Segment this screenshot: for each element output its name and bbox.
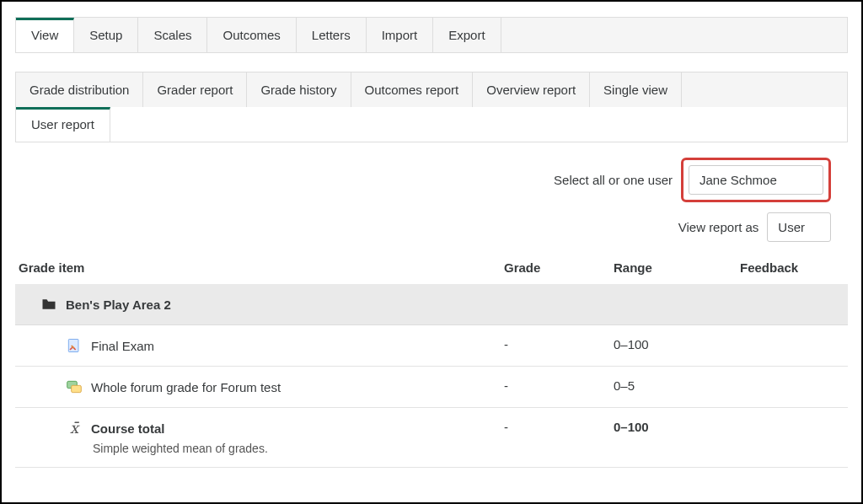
user-select-highlight: Jane Schmoe bbox=[681, 158, 831, 202]
category-row: Ben's Play Area 2 bbox=[15, 284, 848, 325]
grade-value: - bbox=[504, 337, 614, 351]
grade-table: Grade item Grade Range Feedback Ben's Pl… bbox=[15, 260, 848, 468]
secondary-tab-row-1: Grade distribution Grader report Grade h… bbox=[15, 72, 848, 108]
tab-letters[interactable]: Letters bbox=[297, 18, 367, 52]
tab-scales[interactable]: Scales bbox=[138, 18, 207, 52]
tab-setup[interactable]: Setup bbox=[74, 18, 138, 52]
grade-item-name: Course total bbox=[91, 421, 165, 436]
tab-user-report[interactable]: User report bbox=[16, 107, 110, 142]
mean-icon: x̄ bbox=[66, 420, 83, 437]
range-value: 0–5 bbox=[614, 378, 740, 393]
view-as-label: View report as bbox=[678, 220, 759, 234]
tab-outcomes[interactable]: Outcomes bbox=[207, 18, 296, 52]
tab-outcomes-report[interactable]: Outcomes report bbox=[351, 72, 474, 107]
secondary-tab-row-2: User report bbox=[15, 107, 848, 142]
tab-grade-distribution[interactable]: Grade distribution bbox=[16, 72, 143, 107]
table-row: Whole forum grade for Forum test - 0–5 bbox=[15, 367, 848, 408]
tab-overview-report[interactable]: Overview report bbox=[473, 72, 590, 107]
category-name: Ben's Play Area 2 bbox=[66, 298, 171, 312]
tab-import[interactable]: Import bbox=[367, 18, 434, 52]
tab-export[interactable]: Export bbox=[433, 18, 501, 52]
secondary-tab-filler-2 bbox=[110, 107, 847, 142]
course-total-description: Simple weighted mean of grades. bbox=[66, 437, 839, 455]
col-header-range: Range bbox=[614, 260, 740, 275]
selectors: Select all or one user Jane Schmoe View … bbox=[15, 158, 848, 242]
col-header-grade: Grade bbox=[504, 260, 614, 275]
grade-item-name[interactable]: Final Exam bbox=[91, 339, 154, 353]
tab-grade-history[interactable]: Grade history bbox=[247, 72, 351, 107]
forum-icon bbox=[66, 378, 83, 395]
secondary-tab-filler-1 bbox=[682, 72, 847, 107]
range-value: 0–100 bbox=[614, 420, 740, 434]
table-header-row: Grade item Grade Range Feedback bbox=[15, 260, 848, 284]
grade-value: - bbox=[504, 420, 614, 434]
user-select[interactable]: Jane Schmoe bbox=[689, 165, 823, 195]
svg-rect-0 bbox=[68, 340, 78, 352]
user-select-value: Jane Schmoe bbox=[700, 173, 777, 187]
grade-item-name[interactable]: Whole forum grade for Forum test bbox=[91, 380, 281, 394]
user-select-label: Select all or one user bbox=[554, 173, 673, 187]
folder-icon bbox=[40, 296, 57, 313]
col-header-item: Grade item bbox=[15, 260, 504, 275]
tab-single-view[interactable]: Single view bbox=[590, 72, 682, 107]
svg-rect-2 bbox=[72, 385, 82, 392]
grade-value: - bbox=[504, 378, 614, 393]
view-as-value: User bbox=[778, 220, 805, 234]
primary-tab-row: View Setup Scales Outcomes Letters Impor… bbox=[15, 17, 848, 53]
tab-grader-report[interactable]: Grader report bbox=[143, 72, 247, 107]
table-row: Final Exam - 0–100 bbox=[15, 325, 848, 367]
assignment-icon bbox=[66, 337, 83, 354]
table-row: x̄ Course total - 0–100 Simple weighted … bbox=[15, 408, 848, 468]
primary-tab-filler bbox=[501, 18, 847, 52]
range-value: 0–100 bbox=[614, 337, 740, 351]
view-as-select[interactable]: User bbox=[767, 212, 831, 242]
col-header-feedback: Feedback bbox=[740, 260, 848, 275]
tab-view[interactable]: View bbox=[16, 18, 74, 52]
